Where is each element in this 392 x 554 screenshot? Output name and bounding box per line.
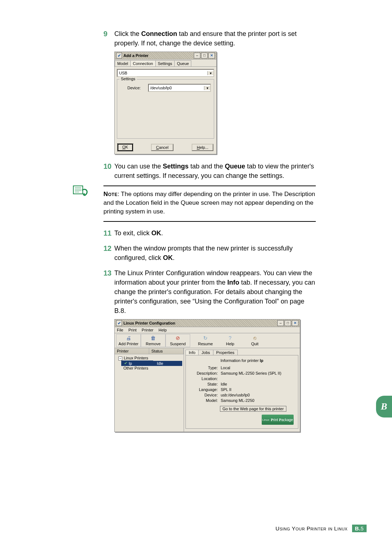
- cancel-button[interactable]: Cancel: [151, 144, 173, 151]
- text: When the window prompts that the new pri…: [114, 245, 293, 261]
- go-web-button[interactable]: Go to the Web page for this printer: [220, 406, 286, 412]
- page-major: B.: [355, 525, 361, 531]
- note-icon: [72, 185, 90, 200]
- device-combo[interactable]: /dev/usb/lp0 ▾: [148, 84, 211, 92]
- tab-settings[interactable]: Settings: [155, 60, 175, 66]
- item-status: Idle: [153, 361, 182, 366]
- field-value: Samsung ML-2250 Series (SPL II): [221, 371, 281, 375]
- step-row: 12 When the window prompts that the new …: [103, 244, 316, 262]
- tree-root[interactable]: –Linux Printers: [116, 356, 182, 360]
- step-row: 9 Click the Connection tab and ensure th…: [103, 29, 316, 48]
- tool-resume[interactable]: ↻ Resume: [193, 334, 218, 347]
- chevron-down-icon[interactable]: ▾: [207, 71, 213, 75]
- window-title: Linux Printer Configuration: [123, 321, 175, 325]
- steps-block: 11 To exit, click OK. 12 When the window…: [103, 228, 316, 432]
- printer-name: lp: [260, 358, 264, 363]
- text: Click the: [114, 30, 141, 37]
- bold: Queue: [225, 163, 245, 170]
- bold: Settings: [163, 163, 188, 170]
- tool-label: Quit: [243, 342, 267, 346]
- title-bar: ✔ Add a Printer – □ ✕: [115, 52, 216, 60]
- field-value: SPL II: [221, 387, 232, 392]
- btn-text: K: [126, 145, 128, 149]
- page-footer: Using Your Printer in Linux B.5: [275, 525, 367, 532]
- print-package-logo: Linux Print Package: [262, 415, 294, 425]
- menu-printer[interactable]: Printer: [142, 328, 153, 332]
- text: .: [161, 229, 163, 237]
- menu-print[interactable]: Print: [128, 328, 137, 332]
- maximize-button[interactable]: □: [285, 320, 291, 326]
- tab-queue[interactable]: Queue: [174, 60, 191, 66]
- step-number: 9: [103, 29, 114, 48]
- title-bar: ✔ Linux Printer Configuration – □ ✕: [115, 319, 300, 327]
- help-button[interactable]: Help...: [192, 144, 213, 151]
- maximize-button[interactable]: □: [201, 53, 208, 58]
- step-number: 12: [103, 244, 114, 262]
- ok-button[interactable]: OK: [118, 144, 133, 151]
- menubar: File Print Printer Help: [115, 327, 300, 333]
- field-model: Model:Samsung ML-2250: [189, 398, 294, 403]
- menu-file[interactable]: File: [117, 328, 123, 332]
- settings-group: Settings Device: /dev/usb/lp0 ▾: [117, 79, 214, 139]
- menu-help[interactable]: Help: [159, 328, 167, 332]
- step-row: 11 To exit, click OK.: [103, 228, 316, 238]
- tree-item-selected[interactable]: ✔ lp Idle: [121, 360, 182, 366]
- tab-model[interactable]: Model: [115, 60, 131, 66]
- device-row: Device: /dev/usb/lp0 ▾: [127, 84, 211, 92]
- tool-quit[interactable]: ⎋ Quit: [242, 334, 267, 347]
- field-key: State:: [189, 382, 221, 386]
- close-button[interactable]: ✕: [208, 53, 215, 58]
- field-key: Device:: [189, 393, 221, 397]
- close-button[interactable]: ✕: [292, 320, 298, 326]
- minimize-button[interactable]: –: [277, 320, 284, 326]
- printer-add-icon: 🖨: [125, 335, 132, 341]
- lpc-body: Printer Status –Linux Printers ✔ lp I: [115, 348, 300, 432]
- tool-label: Remove: [141, 342, 165, 346]
- group-legend: Settings: [119, 77, 137, 81]
- tool-help[interactable]: ? Help: [218, 334, 242, 347]
- field-key: Model:: [189, 398, 221, 403]
- tool-label: Resume: [193, 342, 217, 346]
- bold: Info: [227, 279, 239, 286]
- window-icon: ✔: [116, 320, 122, 326]
- col-printer[interactable]: Printer: [115, 348, 149, 354]
- field-key: Type:: [189, 366, 221, 370]
- collapse-icon[interactable]: –: [118, 357, 122, 360]
- tab-connection[interactable]: Connection: [130, 60, 156, 66]
- col-status[interactable]: Status: [149, 348, 184, 354]
- tool-suspend[interactable]: ⊘ Suspend: [166, 334, 190, 347]
- bold: OK: [151, 229, 161, 237]
- step-row: 13 The Linux Printer Configuration windo…: [103, 268, 316, 315]
- step-text: Click the Connection tab and ensure that…: [114, 29, 316, 48]
- connection-type-combo[interactable]: USB ▾: [117, 69, 214, 77]
- step-number: 10: [103, 162, 114, 180]
- text: You can use the: [114, 163, 163, 170]
- printer-icon: ✔: [124, 361, 127, 366]
- minimize-button[interactable]: –: [194, 53, 200, 58]
- tree-header: Printer Status: [115, 348, 184, 354]
- tab-info[interactable]: Info: [185, 350, 199, 355]
- field-type: Type:Local: [189, 366, 294, 370]
- chevron-down-icon[interactable]: ▾: [204, 86, 210, 90]
- page-number: B.5: [352, 525, 367, 532]
- field-description: Description:Samsung ML-2250 Series (SPL …: [189, 371, 294, 375]
- tab-properties[interactable]: Properties: [213, 350, 238, 355]
- text: Information for printer: [221, 358, 260, 363]
- tool-remove[interactable]: 🗑 Remove: [141, 334, 166, 347]
- tree-other[interactable]: Other Printers: [121, 366, 182, 370]
- step-9: 9 Click the Connection tab and ensure th…: [103, 29, 316, 180]
- step-text: To exit, click OK.: [114, 228, 316, 238]
- field-language: Language:SPL II: [189, 387, 294, 392]
- document-page: 9 Click the Connection tab and ensure th…: [0, 0, 392, 554]
- exit-icon: ⎋: [251, 335, 258, 341]
- step-row: 10 You can use the Settings tab and the …: [103, 162, 316, 180]
- step-number: 13: [103, 268, 114, 315]
- tab-jobs[interactable]: Jobs: [198, 350, 213, 355]
- help-icon: ?: [226, 335, 234, 341]
- step-text: You can use the Settings tab and the Que…: [114, 162, 316, 180]
- tool-add-printer[interactable]: 🖨 Add Printer: [116, 334, 141, 347]
- bold: Connection: [141, 30, 177, 37]
- step-number: 11: [103, 228, 114, 238]
- text: : The options may differ depending on th…: [103, 191, 315, 215]
- root-label: Linux Printers: [124, 356, 148, 360]
